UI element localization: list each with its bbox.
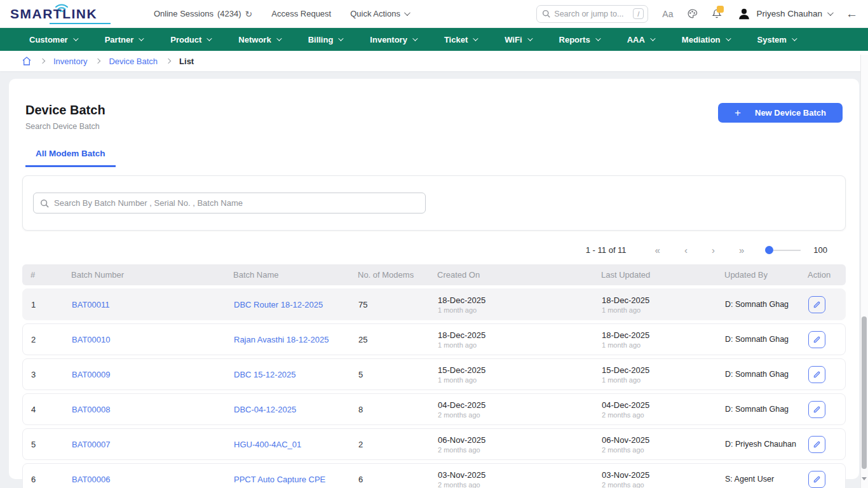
created-on-cell: 03-Nov-20252 months ago <box>438 470 602 488</box>
user-menu[interactable]: Priyesh Chauhan <box>737 7 832 21</box>
vertical-scrollbar[interactable] <box>860 55 868 488</box>
last-updated-cell: 18-Dec-20251 month ago <box>602 330 725 349</box>
breadcrumb-separator-icon <box>166 58 171 64</box>
batch-name-link[interactable]: DBC 15-12-2025 <box>234 370 358 379</box>
breadcrumb-current: List <box>179 57 194 66</box>
pagination-range: 1 - 11 of 11 <box>586 245 627 255</box>
first-page-icon[interactable]: « <box>655 245 660 255</box>
home-icon[interactable] <box>22 56 32 66</box>
avatar-icon <box>737 7 751 21</box>
nav-label: Customer <box>29 35 68 44</box>
nav-item-network[interactable]: Network <box>227 28 294 51</box>
batch-name-link[interactable]: Rajan Avasthi 18-12-2025 <box>234 335 358 344</box>
modem-count: 5 <box>358 370 438 379</box>
action-cell <box>808 436 840 453</box>
nav-label: Ticket <box>444 35 468 44</box>
col-updated-by: Updated By <box>724 270 808 280</box>
pencil-icon <box>813 370 821 379</box>
access-request-link[interactable]: Access Request <box>271 9 331 18</box>
batch-name-link[interactable]: PPCT Auto Capture CPE <box>234 475 358 484</box>
page-subtitle: Search Device Batch <box>25 122 105 131</box>
prev-page-icon[interactable]: ‹ <box>684 245 688 255</box>
page-size-slider[interactable] <box>765 246 801 254</box>
batch-number-link[interactable]: BAT00008 <box>72 405 234 414</box>
edit-button[interactable] <box>808 366 825 383</box>
back-arrow-button[interactable]: ← <box>846 7 858 21</box>
new-device-batch-label: New Device Batch <box>755 108 826 118</box>
edit-button[interactable] <box>808 471 825 488</box>
online-sessions[interactable]: Online Sessions (4234) ↻ <box>154 9 252 19</box>
created-ago: 1 month ago <box>438 341 602 349</box>
new-device-batch-button[interactable]: + New Device Batch <box>718 103 843 123</box>
user-name: Priyesh Chauhan <box>756 9 822 18</box>
theme-palette-button[interactable] <box>687 8 698 19</box>
last-updated-cell: 06-Nov-20252 months ago <box>602 435 725 454</box>
nav-label: Reports <box>559 35 590 44</box>
batch-number-link[interactable]: BAT00007 <box>72 440 234 449</box>
edit-button[interactable] <box>808 296 825 313</box>
breadcrumb-device-batch[interactable]: Device Batch <box>109 57 158 66</box>
updated-date: 06-Nov-2025 <box>602 435 725 445</box>
tab-all-modem-batch[interactable]: All Modem Batch <box>25 149 116 167</box>
nav-label: System <box>757 35 787 44</box>
top-header: SMARTLINK Online Sessions (4234) ↻ Acces… <box>0 0 868 28</box>
nav-item-billing[interactable]: Billing <box>297 28 356 51</box>
nav-item-partner[interactable]: Partner <box>93 28 157 51</box>
table-row: 1 BAT00011 DBC Router 18-12-2025 75 18-D… <box>22 288 846 320</box>
edit-button[interactable] <box>808 401 825 418</box>
global-search-input[interactable] <box>554 10 629 18</box>
nav-item-mediation[interactable]: Mediation <box>670 28 743 51</box>
nav-label: Billing <box>308 35 334 44</box>
col-batch-number: Batch Number <box>71 270 233 280</box>
next-page-icon[interactable]: › <box>712 245 715 255</box>
created-date: 03-Nov-2025 <box>438 470 602 480</box>
batch-name-link[interactable]: DBC-04-12-2025 <box>234 405 358 414</box>
chevron-down-icon <box>139 36 144 41</box>
row-index: 5 <box>31 440 72 449</box>
refresh-icon[interactable]: ↻ <box>245 9 253 19</box>
nav-label: Inventory <box>370 35 407 44</box>
batch-name-link[interactable]: HGU-400-4AC_01 <box>234 440 358 449</box>
nav-item-ticket[interactable]: Ticket <box>433 28 491 51</box>
last-updated-cell: 03-Nov-20252 months ago <box>602 470 725 488</box>
nav-item-reports[interactable]: Reports <box>548 28 613 51</box>
batch-name-link[interactable]: DBC Router 18-12-2025 <box>234 300 358 309</box>
tab-row: All Modem Batch <box>9 131 859 167</box>
edit-button[interactable] <box>808 436 825 453</box>
nav-item-wifi[interactable]: WiFi <box>493 28 545 51</box>
nav-item-inventory[interactable]: Inventory <box>358 28 430 51</box>
pencil-icon <box>813 336 821 344</box>
breadcrumb-separator-icon <box>95 58 100 64</box>
scrollbar-thumb[interactable] <box>862 316 867 469</box>
edit-button[interactable] <box>808 331 825 348</box>
title-block: Device Batch Search Device Batch <box>25 103 105 131</box>
chevron-down-icon <box>207 36 212 41</box>
nav-item-system[interactable]: System <box>746 28 810 51</box>
notification-badge <box>717 6 724 13</box>
nav-item-customer[interactable]: Customer <box>18 28 91 51</box>
smartlink-logo[interactable]: SMARTLINK <box>10 3 112 25</box>
table-search[interactable] <box>33 193 426 214</box>
modem-count: 6 <box>358 475 438 484</box>
batch-number-link[interactable]: BAT00011 <box>72 300 234 309</box>
batch-number-link[interactable]: BAT00010 <box>72 335 234 344</box>
batch-number-link[interactable]: BAT00009 <box>72 370 234 379</box>
breadcrumb: Inventory Device Batch List <box>0 51 868 71</box>
nav-item-product[interactable]: Product <box>159 28 224 51</box>
table-header: # Batch Number Batch Name No. of Modems … <box>22 264 846 285</box>
updated-date: 18-Dec-2025 <box>602 330 725 340</box>
global-search[interactable]: / <box>536 5 648 23</box>
batch-number-link[interactable]: BAT00006 <box>72 475 234 484</box>
updated-ago: 1 month ago <box>602 306 725 314</box>
breadcrumb-inventory[interactable]: Inventory <box>53 57 87 66</box>
updated-ago: 2 months ago <box>602 411 725 419</box>
updated-ago: 2 months ago <box>602 481 725 488</box>
last-page-icon[interactable]: » <box>739 245 744 255</box>
font-size-toggle[interactable]: Aa <box>662 9 673 19</box>
notifications-button[interactable] <box>712 8 722 19</box>
scroll-down-arrow-icon[interactable] <box>862 477 867 480</box>
slider-handle[interactable] <box>765 246 773 254</box>
table-search-input[interactable] <box>54 198 419 208</box>
nav-item-aaa[interactable]: AAA <box>616 28 668 51</box>
quick-actions-menu[interactable]: Quick Actions <box>350 9 409 18</box>
